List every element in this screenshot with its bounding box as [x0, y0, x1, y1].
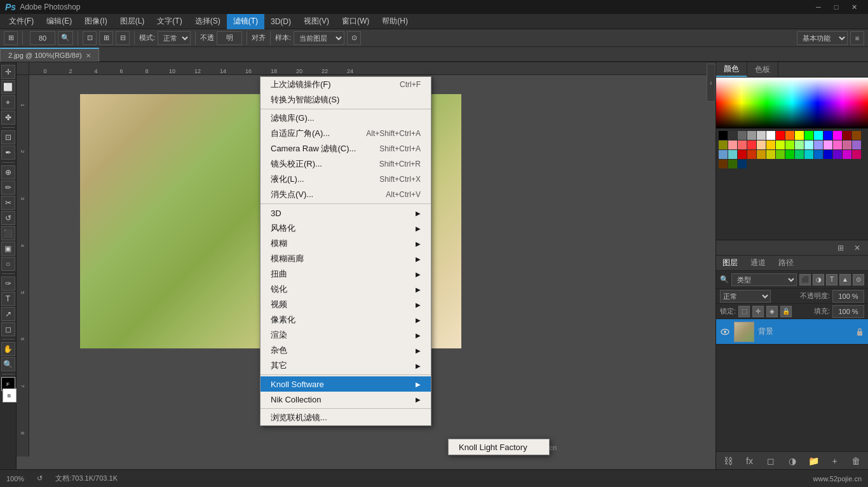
filter-blur[interactable]: 模糊 ▶	[261, 236, 431, 251]
swatch-fuchsia[interactable]	[843, 150, 851, 159]
swatch-violet[interactable]	[833, 150, 842, 159]
tool-history-brush[interactable]: ↺	[1, 211, 15, 225]
swatch-yellow-green[interactable]	[785, 141, 794, 149]
filter-stylize[interactable]: 风格化 ▶	[261, 221, 431, 236]
swatch-chartreuse[interactable]	[776, 150, 785, 159]
color-tab[interactable]: 颜色	[716, 62, 747, 77]
lock-move-btn[interactable]: ✛	[752, 306, 764, 317]
menu-3d[interactable]: 3D(D)	[264, 14, 297, 29]
layer-group-btn[interactable]: 📁	[806, 454, 820, 468]
swatches-tab[interactable]: 色板	[747, 62, 778, 77]
filter-convert-smart[interactable]: 转换为智能滤镜(S)	[261, 92, 431, 107]
filter-render[interactable]: 渲染 ▶	[261, 327, 431, 343]
lock-pixels-btn[interactable]: ⬚	[738, 306, 750, 317]
workspace-select[interactable]: 基本功能	[797, 31, 848, 45]
filter-liquify[interactable]: 液化(L)... Shift+Ctrl+X	[261, 172, 431, 187]
filter-pixelate[interactable]: 像素化 ▶	[261, 312, 431, 327]
tool-shape[interactable]: ◻	[1, 322, 15, 336]
swatch-forest[interactable]	[785, 150, 794, 159]
swatch-mauve[interactable]	[843, 141, 851, 149]
opacity-value[interactable]: 100 %	[832, 290, 864, 303]
tool-hand[interactable]: ✋	[1, 342, 15, 356]
tool-zoom[interactable]: 🔍	[1, 357, 15, 371]
tab-close-btn[interactable]: ✕	[86, 52, 91, 59]
tool-btn-3[interactable]: ⊟	[116, 31, 130, 45]
mode-select[interactable]: 正常	[158, 31, 191, 45]
swatch-gold[interactable]	[766, 141, 775, 149]
filter-vanishing-point[interactable]: 消失点(V)... Alt+Ctrl+V	[261, 187, 431, 202]
menu-text[interactable]: 文字(T)	[151, 14, 188, 29]
layer-new-btn[interactable]: +	[828, 454, 842, 468]
layer-type-select[interactable]: 类型	[731, 273, 797, 286]
menu-file[interactable]: 文件(F)	[3, 14, 40, 29]
swatch-light-gray[interactable]	[757, 131, 766, 140]
swatch-pink[interactable]	[738, 141, 747, 149]
tool-pen[interactable]: ✑	[1, 277, 15, 291]
swatch-emerald[interactable]	[795, 150, 804, 159]
tool-eraser[interactable]: ⬛	[1, 226, 15, 240]
close-button[interactable]: ✕	[845, 0, 863, 14]
notransparency-value[interactable]: 明	[217, 31, 242, 45]
filter-nik-collection[interactable]: Nik Collection ▶	[261, 392, 431, 407]
swatch-red-light[interactable]	[747, 141, 756, 149]
swatch-dark-red[interactable]	[843, 131, 851, 140]
background-color[interactable]: B	[3, 388, 17, 402]
menu-filter[interactable]: 滤镜(T)	[227, 14, 264, 29]
tool-crop[interactable]: ⊡	[1, 130, 15, 144]
tool-dodge[interactable]: ○	[1, 257, 15, 271]
tool-btn-2[interactable]: ⊞	[99, 31, 113, 45]
filter-knoll-software[interactable]: Knoll Software ▶	[261, 376, 431, 392]
layer-link-btn[interactable]: ⛓	[721, 454, 735, 468]
lock-all-btn[interactable]: 🔒	[780, 306, 792, 317]
tool-select-rect[interactable]: ⬜	[1, 80, 15, 94]
knoll-light-factory[interactable]: Knoll Light Factory	[449, 439, 549, 455]
maximize-button[interactable]: □	[827, 0, 845, 14]
tool-clone[interactable]: ✂	[1, 196, 15, 210]
layer-adjustment-btn[interactable]: ◑	[785, 454, 799, 468]
tool-magic-wand[interactable]: ✤	[1, 111, 15, 125]
swatch-cyan[interactable]	[814, 131, 823, 140]
swatch-dark-green[interactable]	[728, 160, 737, 168]
layers-panel-menu-btn[interactable]: ✕	[850, 241, 864, 255]
document-tab[interactable]: 2.jpg @ 100%(RGB/8#) ✕	[0, 48, 99, 62]
swatch-navy-light[interactable]	[824, 150, 832, 159]
layer-filter-adj-icon[interactable]: ◑	[813, 274, 824, 285]
layers-panel-collapse-btn[interactable]: ⊞	[834, 241, 848, 255]
tool-path-select[interactable]: ↗	[1, 307, 15, 321]
filter-lens-correct[interactable]: 镜头校正(R)... Shift+Ctrl+R	[261, 156, 431, 172]
panel-expand-btn[interactable]: ‹	[707, 64, 715, 102]
swatch-lemon[interactable]	[766, 150, 775, 159]
swatch-cornflower[interactable]	[719, 150, 728, 159]
swatch-gray[interactable]	[738, 131, 747, 140]
tab-channels[interactable]: 通道	[744, 256, 772, 270]
layer-item-bg[interactable]: 背景	[716, 319, 868, 345]
tool-move[interactable]: ✛	[1, 65, 15, 79]
filter-distort[interactable]: 扭曲 ▶	[261, 266, 431, 282]
menu-select[interactable]: 选择(S)	[189, 14, 227, 29]
swatch-white[interactable]	[766, 131, 775, 140]
menu-image[interactable]: 图像(I)	[78, 14, 113, 29]
filter-browse-online[interactable]: 浏览联机滤镜...	[261, 410, 431, 425]
swatch-azure[interactable]	[814, 150, 823, 159]
workspace-icon[interactable]: ≡	[850, 31, 864, 45]
swatch-red[interactable]	[776, 131, 785, 140]
filter-other[interactable]: 其它 ▶	[261, 358, 431, 373]
filter-adaptive-wide[interactable]: 自适应广角(A)... Alt+Shift+Ctrl+A	[261, 126, 431, 141]
tool-options-btn[interactable]: ⊞	[4, 31, 18, 45]
layer-delete-btn[interactable]: 🗑	[849, 454, 863, 468]
tool-text[interactable]: T	[1, 292, 15, 306]
swatch-teal[interactable]	[728, 150, 737, 159]
layer-visibility-eye-icon[interactable]	[720, 327, 730, 337]
menu-edit[interactable]: 编辑(E)	[40, 14, 78, 29]
filter-gallery[interactable]: 滤镜库(G)...	[261, 111, 431, 126]
sample-extra-btn[interactable]: ⊙	[347, 31, 361, 45]
layer-filter-pixel-icon[interactable]: ⬛	[799, 274, 811, 285]
filter-3d[interactable]: 3D ▶	[261, 205, 431, 221]
swatch-orange[interactable]	[785, 131, 794, 140]
swatch-aqua[interactable]	[804, 150, 813, 159]
swatch-chocolate[interactable]	[719, 160, 728, 168]
tool-gradient[interactable]: ▣	[1, 242, 15, 256]
lock-art-btn[interactable]: ◈	[766, 306, 778, 317]
swatch-purple[interactable]	[852, 141, 861, 149]
swatch-black[interactable]	[719, 131, 728, 140]
